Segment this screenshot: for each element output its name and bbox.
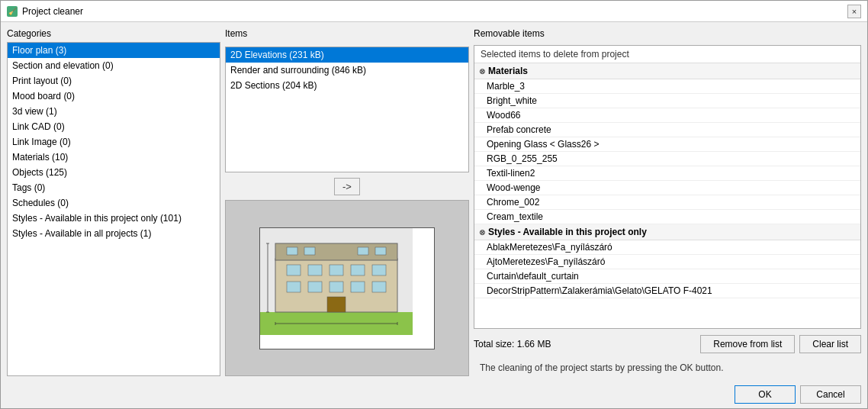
removable-items-box[interactable]: Selected items to delete from project ⊗ … (474, 45, 861, 329)
removable-item[interactable]: RGB_0_255_255 (474, 152, 860, 166)
ok-cancel-buttons: OK Cancel (735, 385, 861, 404)
svg-rect-14 (327, 297, 346, 312)
svg-rect-17 (358, 247, 368, 255)
preview-image (259, 227, 435, 349)
removable-header: Selected items to delete from project (474, 46, 860, 63)
styles-section-title: Styles - Available in this project only (488, 227, 647, 237)
svg-rect-7 (351, 265, 365, 275)
list-item[interactable]: Print layout (0) (8, 73, 220, 89)
removable-item[interactable]: Prefab concrete (474, 123, 860, 137)
svg-rect-13 (372, 282, 386, 292)
remove-from-list-button[interactable]: Remove from list (700, 335, 795, 353)
categories-list[interactable]: Floor plan (3) Section and elevation (0)… (7, 42, 220, 376)
section-collapse-icon: ⊗ (479, 67, 485, 76)
materials-section-header: ⊗ Materials (474, 63, 860, 79)
removable-item[interactable]: Opening Glass < Glass26 > (474, 137, 860, 152)
preview-box (225, 200, 469, 376)
svg-rect-18 (375, 247, 386, 255)
list-item[interactable]: Objects (125) (8, 165, 220, 180)
main-content: Categories Floor plan (3) Section and el… (1, 22, 867, 382)
list-item[interactable]: Styles - Available in this project only … (8, 211, 220, 226)
removable-item[interactable]: DecorStripPattern\Zalakerámiа\Gelato\GEL… (474, 284, 860, 298)
ok-button[interactable]: OK (735, 385, 796, 404)
dialog-title: Project cleaner (22, 6, 83, 17)
removable-item[interactable]: Marble_3 (474, 79, 860, 94)
removable-item[interactable]: Textil-linen2 (474, 166, 860, 181)
materials-section-title: Materials (488, 66, 528, 76)
list-item[interactable]: Link Image (0) (8, 134, 220, 150)
items-label: Items (225, 28, 469, 39)
add-to-list-button[interactable]: -> (334, 178, 360, 195)
categories-panel: Categories Floor plan (3) Section and el… (7, 28, 220, 376)
svg-rect-9 (287, 282, 301, 292)
section-collapse-icon: ⊗ (479, 228, 485, 237)
removable-label: Removable items (474, 28, 861, 39)
svg-rect-16 (304, 247, 315, 255)
footer-row: OK Cancel (1, 382, 867, 408)
removable-item[interactable]: Wood66 (474, 108, 860, 123)
list-item[interactable]: Mood board (0) (8, 89, 220, 104)
list-item[interactable]: Render and surrounding (846 kB) (226, 63, 468, 78)
removable-item[interactable]: Cream_textile (474, 210, 860, 224)
svg-rect-10 (308, 282, 322, 292)
svg-rect-11 (330, 282, 343, 292)
list-item[interactable]: 2D Sections (204 kB) (226, 78, 468, 93)
removable-item[interactable]: Wood-wenge (474, 181, 860, 195)
svg-rect-12 (351, 282, 365, 292)
action-buttons: Remove from list Clear list (700, 335, 861, 353)
cancel-button[interactable]: Cancel (800, 385, 861, 404)
svg-rect-5 (308, 265, 322, 275)
removable-item[interactable]: Bright_white (474, 94, 860, 108)
items-list[interactable]: 2D Elevations (231 kB) Render and surrou… (225, 47, 469, 172)
removable-item[interactable]: AblakMeretezes\Fa_nyílászáró (474, 240, 860, 255)
total-size-label: Total size: 1.66 MB (474, 339, 551, 349)
list-item[interactable]: Link CAD (0) (8, 119, 220, 134)
hint-text: The cleaning of the project starts by pr… (474, 359, 861, 376)
close-button[interactable]: × (847, 5, 861, 18)
title-bar: 🧹 Project cleaner × (1, 1, 867, 22)
list-item[interactable]: Section and elevation (0) (8, 58, 220, 73)
middle-panel: Items 2D Elevations (231 kB) Render and … (225, 28, 469, 376)
list-item[interactable]: Tags (0) (8, 180, 220, 195)
categories-label: Categories (7, 28, 220, 39)
svg-rect-15 (287, 247, 297, 255)
building-illustration (260, 228, 413, 335)
list-item[interactable]: Schedules (0) (8, 195, 220, 211)
styles-section-header: ⊗ Styles - Available in this project onl… (474, 224, 860, 240)
list-item[interactable]: Floor plan (3) (8, 43, 220, 58)
svg-rect-8 (372, 265, 386, 275)
list-item[interactable]: 3d view (1) (8, 104, 220, 119)
title-bar-left: 🧹 Project cleaner (7, 6, 83, 17)
list-item[interactable]: Styles - Available in all projects (1) (8, 226, 220, 241)
clear-list-button[interactable]: Clear list (799, 335, 861, 353)
app-icon: 🧹 (7, 6, 18, 17)
arrow-row: -> (225, 177, 469, 195)
list-item[interactable]: Materials (10) (8, 150, 220, 165)
list-item[interactable]: 2D Elevations (231 kB) (226, 47, 468, 63)
svg-rect-6 (330, 265, 343, 275)
svg-rect-4 (287, 265, 301, 275)
removable-item[interactable]: Curtain\default_curtain (474, 269, 860, 284)
dialog: 🧹 Project cleaner × Categories Floor pla… (0, 0, 868, 409)
removable-item[interactable]: AjtoMeretezes\Fa_nyílászáró (474, 255, 860, 269)
right-panel: Removable items Selected items to delete… (474, 28, 861, 376)
removable-item[interactable]: Chrome_002 (474, 195, 860, 210)
